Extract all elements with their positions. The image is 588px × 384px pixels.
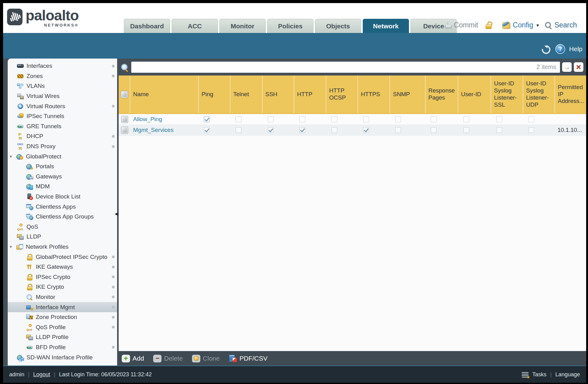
response-pages-checkbox[interactable] [431,116,437,122]
filter-input[interactable] [131,64,537,71]
telnet-checkbox[interactable] [235,127,242,133]
tab-acc[interactable]: ACC [172,19,218,33]
tasks-link[interactable]: Tasks [532,371,546,378]
ping-checkbox[interactable] [204,116,210,122]
sidebar-item-globalprotect-ipsec-crypto[interactable]: GlobalProtect IPSec Crypto [8,252,117,262]
https-checkbox[interactable] [363,116,369,122]
add-button[interactable]: Add [122,355,144,362]
sidebar-item-device-block-list[interactable]: Device Block List [8,192,117,202]
user-id-checkbox[interactable] [463,116,469,122]
sidebar-item-ipsec-tunnels[interactable]: IPSec Tunnels [8,111,117,121]
col-header-label: User-ID Syslog Listener-SSL [494,80,521,108]
help-icon[interactable] [555,44,565,54]
sidebar-item-interface-mgmt[interactable]: Interface Mgmt [8,302,117,312]
apply-filter-button[interactable] [562,62,572,72]
tasks-icon [522,371,529,378]
logged-in-user: admin [9,371,24,378]
sidebar-item-gateways[interactable]: Gateways [8,172,117,182]
sidebar-item-sd-wan-interface-profile[interactable]: SD-WAN Interface Profile [8,352,117,362]
sidebar-item-bfd-profile[interactable]: BFD Profile [8,342,117,353]
clear-filter-button[interactable] [574,62,583,72]
telnet-checkbox[interactable] [235,116,242,122]
col-header-permitted-ip-address: Permitted IP Address... [555,76,586,113]
name-link[interactable]: Allow_Ping [130,116,162,123]
refresh-icon[interactable] [540,44,552,56]
sidebar-item-ipsec-crypto[interactable]: IPSec Crypto [8,272,117,282]
clone-button[interactable]: Clone [192,355,220,362]
sidebar-item-network-profiles[interactable]: Network Profiles [8,242,117,252]
config-menu[interactable]: Config [513,21,533,29]
commit-button[interactable]: Commit [454,21,478,29]
dhcp-icon [17,133,24,139]
tab-dashboard[interactable]: Dashboard [124,19,170,33]
ssh-checkbox[interactable] [267,127,274,133]
sidebar-item-qos-profile[interactable]: QoS Profile [8,322,117,332]
sidebar-item-dns-proxy[interactable]: DNS Proxy [8,141,117,152]
user-id-syslog-listener-ssl-checkbox[interactable] [496,116,502,122]
sidebar-item-zone-protection[interactable]: Zone Protection [8,312,117,322]
http-checkbox[interactable] [299,127,305,133]
sidebar-item-zones[interactable]: Zones [8,71,117,81]
ping-checkbox[interactable] [204,127,210,133]
http-checkbox[interactable] [299,116,305,122]
ssh-cell [263,125,294,135]
sidebar-item-clientless-apps[interactable]: Clientless Apps [8,202,117,212]
snmp-checkbox[interactable] [395,116,401,122]
sidebar-item-clientless-app-groups[interactable]: Clientless App Groups [8,212,117,222]
sidebar-item-vlans[interactable]: VLANs [8,81,117,91]
sidebar-item-virtual-wires[interactable]: Virtual Wires [8,91,117,101]
response-pages-checkbox[interactable] [431,127,437,133]
delete-button[interactable]: Delete [153,355,183,362]
col-header-ping: Ping [199,76,231,113]
sidebar-collapse-handle[interactable] [115,211,118,216]
sidebar-item-monitor[interactable]: Monitor [8,292,117,302]
gre-tunnels-icon [17,123,24,129]
tab-policies[interactable]: Policies [267,19,313,33]
sidebar-item-mdm[interactable]: MDM [8,182,117,192]
table-row-allow-ping[interactable]: Allow_Ping [119,114,586,125]
row-checkbox[interactable] [121,127,128,134]
name-link[interactable]: Mgmt_Services [130,127,174,133]
sidebar-item-interfaces[interactable]: Interfaces [8,61,117,71]
ssh-checkbox[interactable] [267,116,274,122]
user-id-checkbox[interactable] [463,127,469,133]
https-checkbox[interactable] [363,127,369,133]
logout-link[interactable]: Logout [33,371,50,378]
tab-objects[interactable]: Objects [315,19,361,33]
expander-icon[interactable] [9,154,16,159]
select-all-checkbox[interactable] [121,91,128,98]
http-ocsp-checkbox[interactable] [331,127,337,133]
sidebar-item-label: IKE Gateways [36,263,111,270]
user-id-syslog-listener-udp-checkbox[interactable] [528,116,534,122]
sidebar-item-qos[interactable]: QoS [8,222,117,232]
sidebar-item-gre-tunnels[interactable]: GRE Tunnels [8,121,117,132]
tab-network[interactable]: Network [363,19,409,33]
search-button[interactable]: Search [554,21,577,29]
sidebar-item-ike-gateways[interactable]: IKE Gateways [8,262,117,272]
sidebar-item-virtual-routers[interactable]: Virtual Routers [8,101,117,111]
tab-monitor[interactable]: Monitor [219,19,266,33]
lock-icon[interactable] [485,22,493,29]
screenshot-root: { "brand": {"logo_text": "paloalto", "lo… [0,0,588,384]
language-link[interactable]: Language [555,371,580,378]
sidebar-item-ike-crypto[interactable]: IKE Crypto [8,282,117,292]
table-row-mgmt-services[interactable]: Mgmt_Services10.1.10... [119,125,586,136]
sidebar-item-portals[interactable]: Portals [8,161,117,172]
snmp-checkbox[interactable] [395,127,401,133]
help-link[interactable]: Help [569,45,582,53]
sidebar-item-dhcp[interactable]: DHCP [8,131,117,141]
expander-icon[interactable] [9,245,16,249]
globalprotect-icon [16,153,23,160]
status-bar: admin Logout Last Login Time: 06/05/2023… [3,366,586,383]
http-cell [294,125,326,135]
pdf-csv-button[interactable]: PDF/CSV [229,355,267,362]
sidebar-item-globalprotect[interactable]: GlobalProtect [8,151,117,161]
virtual-wires-icon [17,93,24,99]
user-id-syslog-listener-udp-checkbox[interactable] [528,127,534,133]
config-caret-icon[interactable]: ▼ [536,23,540,28]
http-ocsp-checkbox[interactable] [331,116,337,122]
row-checkbox[interactable] [121,116,128,123]
user-id-syslog-listener-ssl-checkbox[interactable] [496,127,502,133]
sidebar-item-lldp[interactable]: LLDP [8,232,117,242]
sidebar-item-lldp-profile[interactable]: LLDP Profile [8,332,117,342]
